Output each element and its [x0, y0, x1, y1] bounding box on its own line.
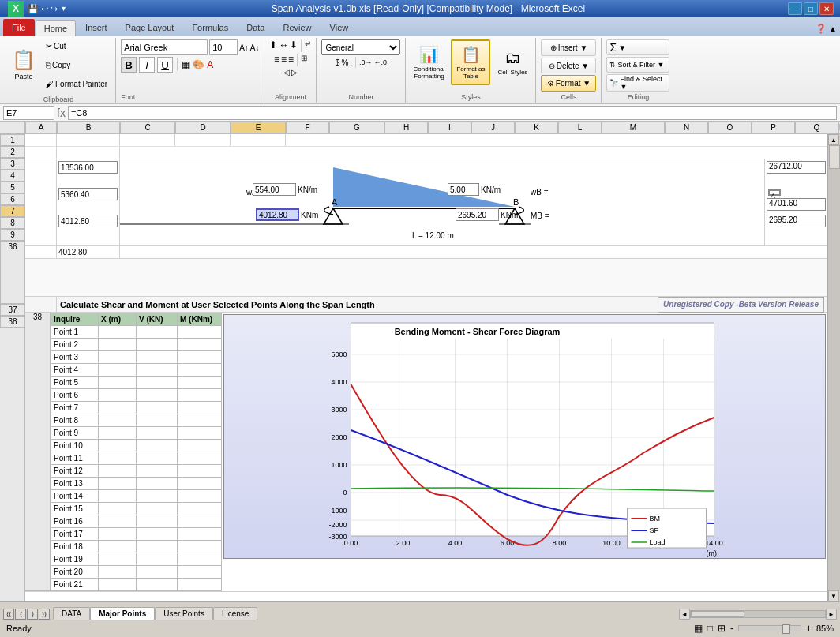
- zoom-in-icon[interactable]: +: [806, 623, 812, 634]
- decrease-decimal-icon[interactable]: ←.0: [374, 58, 388, 66]
- sum-button[interactable]: Σ ▼: [606, 39, 669, 55]
- format-painter-button[interactable]: 🖌 Format Painter: [43, 75, 111, 92]
- indent-less-icon[interactable]: ◁: [283, 68, 290, 77]
- ribbon-min[interactable]: ▲: [829, 24, 837, 33]
- align-right-icon[interactable]: ≡: [288, 54, 294, 66]
- grid-scroll-area[interactable]: 1 2 3 4 5 6 7 8 9 36 37 38: [0, 134, 827, 601]
- delete-button[interactable]: ⊖ Delete ▼: [541, 58, 596, 74]
- font-size-input[interactable]: [209, 39, 238, 55]
- italic-button[interactable]: I: [139, 57, 155, 73]
- point-4[interactable]: Point 4: [51, 364, 99, 377]
- point-13[interactable]: Point 13: [51, 478, 99, 490]
- point-16[interactable]: Point 16: [51, 515, 99, 528]
- format-button[interactable]: ⚙ Format ▼: [541, 75, 596, 92]
- tab-page-layout[interactable]: Page Layout: [117, 19, 183, 36]
- format-as-table-button[interactable]: 📋 Format as Table: [451, 39, 490, 85]
- tab-insert[interactable]: Insert: [77, 19, 116, 36]
- cell-rest-2[interactable]: [120, 147, 827, 159]
- qat-redo[interactable]: ↪: [51, 4, 58, 14]
- cell-a36[interactable]: [25, 297, 57, 312]
- cut-button[interactable]: ✂ Cut: [43, 37, 111, 54]
- minimize-button[interactable]: −: [788, 2, 802, 15]
- point-1[interactable]: Point 1: [51, 326, 99, 339]
- sheet-tab-major-points[interactable]: Major Points: [90, 607, 155, 620]
- wb-input[interactable]: [448, 183, 479, 196]
- h-scroll-area[interactable]: ◄ ►: [679, 609, 837, 620]
- align-middle-icon[interactable]: ↔: [279, 39, 288, 52]
- scroll-track[interactable]: [828, 145, 840, 590]
- point-7[interactable]: Point 7: [51, 402, 99, 414]
- sort-filter-button[interactable]: ⇅ Sort & Filter ▼: [606, 57, 669, 73]
- formula-input[interactable]: [68, 106, 837, 120]
- merge-icon[interactable]: ⊞: [301, 54, 307, 66]
- find-select-button[interactable]: 🔭 Find & Select ▼: [606, 74, 669, 92]
- scroll-thumb[interactable]: [829, 145, 840, 169]
- vertical-scrollbar[interactable]: ▲ ▼: [827, 134, 840, 601]
- align-top-icon[interactable]: ⬆: [269, 39, 277, 52]
- close-button[interactable]: ✕: [819, 2, 834, 15]
- h-scroll-left[interactable]: ◄: [679, 609, 690, 620]
- point-8[interactable]: Point 8: [51, 414, 99, 427]
- page-layout-icon[interactable]: □: [707, 623, 713, 634]
- val-5360[interactable]: 5360.40: [58, 188, 118, 200]
- val-4012-b[interactable]: 4012.80: [58, 215, 118, 227]
- h-scroll-track[interactable]: [690, 610, 826, 618]
- cell-rest-1[interactable]: [286, 134, 827, 146]
- cell-c1[interactable]: [120, 134, 175, 146]
- cell-e1[interactable]: [231, 134, 286, 146]
- point-9[interactable]: Point 9: [51, 427, 99, 440]
- point-15[interactable]: Point 15: [51, 503, 99, 515]
- point-3[interactable]: Point 3: [51, 351, 99, 364]
- font-name-input[interactable]: [121, 39, 208, 55]
- font-shrink-icon[interactable]: A↓: [250, 43, 260, 52]
- point-20[interactable]: Point 20: [51, 566, 99, 579]
- fill-color-icon[interactable]: 🎨: [193, 59, 204, 70]
- tab-view[interactable]: View: [321, 19, 358, 36]
- sheet-nav-prev[interactable]: ⟨: [15, 609, 26, 620]
- cell-a8[interactable]: [25, 246, 57, 258]
- qat-undo[interactable]: ↩: [41, 4, 48, 14]
- tab-formulas[interactable]: Formulas: [183, 19, 237, 36]
- point-14[interactable]: Point 14: [51, 490, 99, 503]
- sheet-tab-user-points[interactable]: User Points: [155, 607, 213, 620]
- tab-data[interactable]: Data: [238, 19, 273, 36]
- scroll-up[interactable]: ▲: [828, 134, 839, 145]
- h-scroll-thumb[interactable]: [691, 611, 744, 617]
- insert-button[interactable]: ⊕ Insert ▼: [541, 39, 596, 56]
- align-center-icon[interactable]: ≡: [281, 54, 287, 66]
- point-18[interactable]: Point 18: [51, 541, 99, 553]
- paste-button[interactable]: 📋 Paste: [6, 42, 41, 88]
- point-19[interactable]: Point 19: [51, 553, 99, 566]
- border-icon[interactable]: ▦: [182, 59, 190, 70]
- qat-save[interactable]: 💾: [28, 4, 39, 14]
- sheet-nav-last[interactable]: ⟩⟩: [39, 609, 50, 620]
- mb-input[interactable]: [456, 208, 499, 221]
- cell-d1[interactable]: [175, 134, 231, 146]
- sheet-nav-first[interactable]: ⟨⟨: [3, 609, 14, 620]
- cell-b8[interactable]: 4012.80: [57, 246, 120, 258]
- currency-icon[interactable]: $: [336, 58, 340, 67]
- font-grow-icon[interactable]: A↑: [239, 43, 249, 52]
- font-color-icon[interactable]: A: [207, 59, 213, 70]
- point-21[interactable]: Point 21: [51, 579, 99, 591]
- comma-icon[interactable]: ,: [350, 58, 352, 67]
- page-break-icon[interactable]: ⊞: [718, 623, 726, 634]
- point-2[interactable]: Point 2: [51, 339, 99, 351]
- point-12[interactable]: Point 12: [51, 465, 99, 478]
- cell-styles-button[interactable]: 🗂 Cell Styles: [493, 39, 532, 85]
- point-10[interactable]: Point 10: [51, 440, 99, 452]
- ma-input[interactable]: [256, 208, 299, 221]
- tab-home[interactable]: Home: [36, 20, 76, 37]
- tab-review[interactable]: Review: [274, 19, 320, 36]
- qat-dropdown[interactable]: ▼: [60, 5, 67, 13]
- align-left-icon[interactable]: ≡: [274, 54, 279, 66]
- conditional-format-button[interactable]: 📊 Conditional Formatting: [409, 39, 448, 85]
- zoom-out-icon[interactable]: -: [730, 623, 733, 634]
- cell-a2[interactable]: [25, 147, 57, 159]
- cell-b1[interactable]: [57, 134, 120, 146]
- cell-b2[interactable]: [57, 147, 120, 159]
- point-6[interactable]: Point 6: [51, 389, 99, 402]
- copy-button[interactable]: ⎘ Copy: [43, 56, 111, 73]
- cell-a1[interactable]: [25, 134, 57, 147]
- scroll-down[interactable]: ▼: [828, 590, 839, 601]
